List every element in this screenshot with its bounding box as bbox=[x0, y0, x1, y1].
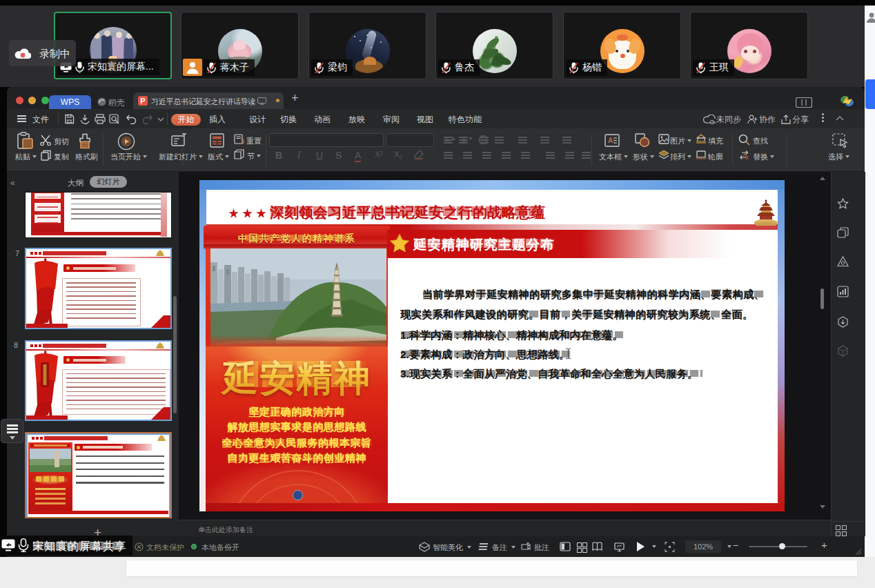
svg-text:A: A bbox=[608, 137, 613, 144]
svg-text:B: B bbox=[745, 155, 749, 160]
